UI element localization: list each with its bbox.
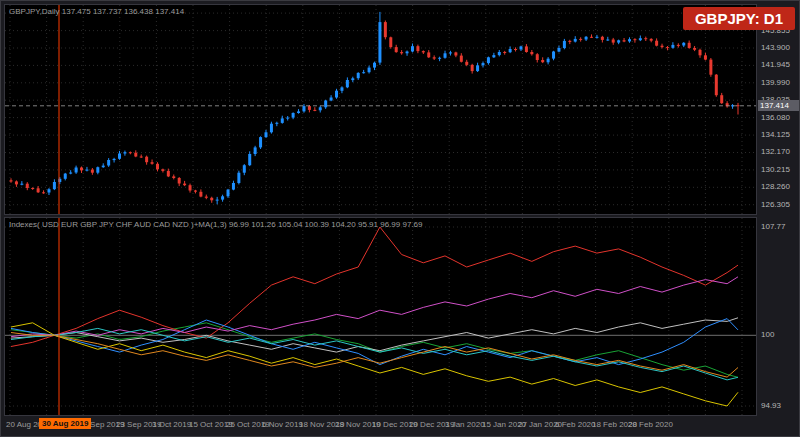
candle-body	[102, 166, 105, 168]
candle-body	[324, 101, 327, 108]
indicator-panel[interactable]	[4, 217, 757, 416]
candle-body	[15, 181, 18, 184]
candle-body	[172, 176, 175, 178]
candle-body	[693, 48, 696, 50]
candle-body	[699, 50, 702, 56]
candle-body	[541, 60, 544, 62]
candle-body	[682, 43, 685, 46]
candle-body	[42, 192, 45, 193]
candle-body	[210, 198, 213, 201]
candle-body	[292, 113, 295, 118]
candle-body	[519, 46, 522, 49]
candle-body	[140, 157, 143, 158]
candle-body	[232, 183, 235, 190]
candle-body	[720, 95, 723, 103]
candle-body	[151, 162, 154, 164]
candle-body	[75, 168, 78, 173]
candle-body	[340, 87, 343, 90]
candle-body	[677, 45, 680, 46]
candle-body	[227, 190, 230, 197]
candle-body	[373, 63, 376, 68]
candle-body	[248, 154, 251, 165]
candle-body	[579, 39, 582, 40]
time-axis-label: 6 Nov 2019	[262, 420, 303, 429]
current-price-tag: 137.414	[758, 100, 800, 111]
candle-body	[460, 56, 463, 62]
main-chart-canvas[interactable]	[5, 5, 756, 214]
price-axis[interactable]: 147.810145.855143.900141.945139.990138.0…	[758, 1, 800, 437]
price-axis-label: 143.900	[761, 43, 790, 52]
candle-body	[346, 80, 349, 87]
candle-body	[406, 52, 409, 54]
candle-body	[156, 164, 159, 170]
candle-body	[199, 192, 202, 197]
candle-body	[547, 59, 550, 63]
candle-body	[189, 185, 192, 190]
candle-body	[503, 52, 506, 53]
candle-body	[357, 73, 360, 78]
candle-body	[427, 52, 430, 57]
candle-body	[389, 37, 392, 47]
candle-body	[623, 40, 626, 41]
price-axis-label: 136.080	[761, 113, 790, 122]
candle-body	[91, 170, 94, 173]
candle-body	[64, 174, 67, 179]
candle-body	[118, 154, 121, 159]
candle-body	[264, 132, 267, 137]
candle-body	[601, 37, 604, 40]
candle-body	[351, 78, 354, 80]
candle-body	[471, 65, 474, 71]
candle-body	[26, 184, 29, 188]
candle-body	[585, 37, 588, 40]
indicator-axis-label: 94.93	[761, 401, 781, 410]
candle-body	[31, 188, 34, 189]
candle-body	[590, 37, 593, 38]
price-axis-label: 126.305	[761, 200, 790, 209]
candle-body	[666, 47, 669, 48]
candle-body	[671, 45, 674, 48]
candle-body	[536, 54, 539, 60]
candle-body	[313, 110, 316, 111]
candle-body	[606, 40, 609, 41]
candle-body	[709, 60, 712, 75]
candle-body	[568, 41, 571, 42]
main-chart-panel[interactable]	[4, 4, 757, 215]
candle-body	[47, 189, 50, 192]
candle-body	[216, 200, 219, 201]
candle-body	[134, 153, 137, 157]
price-axis-label: 128.260	[761, 182, 790, 191]
candle-body	[444, 53, 447, 58]
candle-body	[557, 48, 560, 52]
candle-body	[487, 57, 490, 63]
candle-body	[123, 152, 126, 153]
candle-body	[509, 49, 512, 52]
candle-body	[482, 63, 485, 65]
candle-body	[302, 106, 305, 111]
price-axis-label: 141.945	[761, 60, 790, 69]
price-axis-label: 139.990	[761, 78, 790, 87]
time-axis-label: 28 Feb 2020	[628, 420, 673, 429]
candle-body	[205, 197, 208, 198]
candle-body	[688, 43, 691, 48]
candle-body	[378, 22, 381, 63]
candle-body	[433, 57, 436, 58]
candle-body	[167, 171, 170, 177]
candle-body	[178, 178, 181, 184]
candle-body	[20, 184, 23, 185]
symbol-timeframe-badge: GBPJPY: D1	[683, 7, 795, 30]
candle-body	[243, 165, 246, 173]
indicator-header: Indexes( USD EUR GBP JPY CHF AUD CAD NZD…	[9, 220, 423, 229]
candle-body	[286, 118, 289, 119]
candle-body	[644, 38, 647, 39]
candle-body	[715, 75, 718, 96]
candle-body	[530, 52, 533, 54]
candle-body	[617, 40, 620, 42]
candle-body	[454, 52, 457, 55]
candle-body	[107, 160, 110, 166]
time-axis[interactable]: 20 Aug 20192 Sep 201912 Sep 201923 Sep 2…	[4, 418, 757, 434]
indicator-canvas[interactable]	[5, 218, 756, 415]
candle-body	[129, 152, 132, 153]
candle-body	[80, 168, 83, 171]
indicator-axis-label: 107.77	[761, 222, 785, 231]
candle-body	[476, 65, 479, 71]
